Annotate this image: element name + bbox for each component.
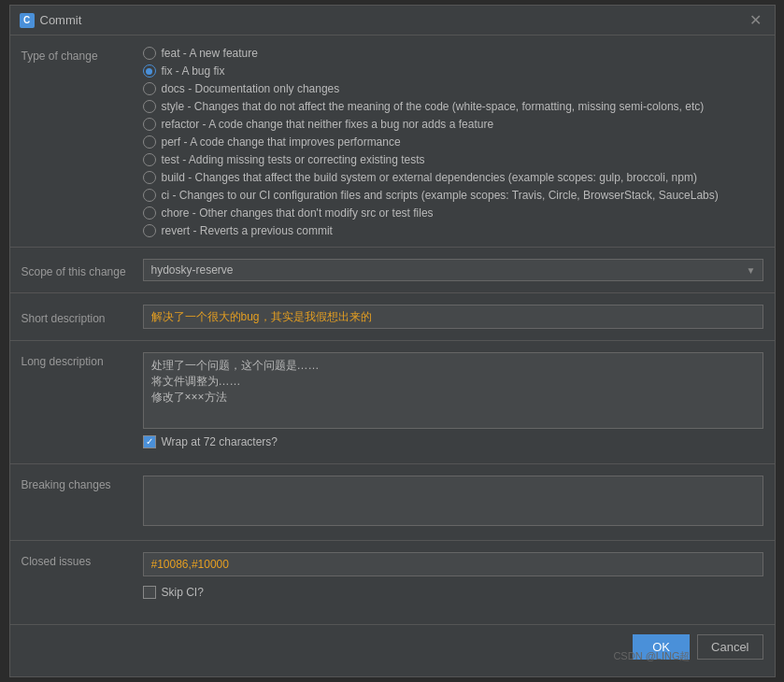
- short-description-input[interactable]: [143, 305, 763, 329]
- commit-dialog: C Commit ✕ Type of change feat - A new f…: [9, 5, 776, 677]
- radio-circle-build: [143, 171, 156, 184]
- divider-4: [10, 463, 775, 464]
- divider-2: [10, 292, 775, 293]
- radio-label-fix: fix - A bug fix: [162, 64, 225, 78]
- type-of-change-row: Type of change feat - A new featurefix -…: [10, 43, 775, 241]
- type-of-change-label: Type of change: [21, 47, 143, 63]
- radio-list: feat - A new featurefix - A bug fixdocs …: [143, 47, 763, 237]
- radio-circle-test: [143, 153, 156, 166]
- radio-label-feat: feat - A new feature: [162, 47, 258, 60]
- radio-item-build[interactable]: build - Changes that affect the build sy…: [143, 171, 763, 184]
- breaking-changes-content: [143, 476, 763, 529]
- wrap-label: Wrap at 72 characters?: [162, 435, 278, 448]
- radio-item-refactor[interactable]: refactor - A code change that neither fi…: [143, 118, 763, 131]
- radio-circle-fix: [143, 64, 156, 78]
- radio-label-chore: chore - Other changes that don't modify …: [162, 206, 434, 220]
- long-description-row: Long description ✓ Wrap at 72 characters…: [10, 347, 775, 458]
- skip-ci-checkbox[interactable]: [143, 586, 156, 599]
- radio-item-ci[interactable]: ci - Changes to our CI configuration fil…: [143, 189, 763, 202]
- dialog-content: Type of change feat - A new featurefix -…: [10, 36, 775, 676]
- long-description-label: Long description: [21, 352, 143, 368]
- cancel-button[interactable]: Cancel: [697, 634, 763, 660]
- long-description-content: ✓ Wrap at 72 characters?: [143, 352, 763, 452]
- radio-label-test: test - Adding missing tests or correctin…: [162, 153, 425, 166]
- radio-item-test[interactable]: test - Adding missing tests or correctin…: [143, 153, 763, 166]
- dialog-title: Commit: [40, 13, 82, 27]
- radio-label-perf: perf - A code change that improves perfo…: [162, 135, 401, 149]
- radio-circle-refactor: [143, 118, 156, 131]
- skip-ci-label: Skip CI?: [162, 586, 204, 599]
- radio-item-feat[interactable]: feat - A new feature: [143, 47, 763, 60]
- divider-5: [10, 540, 775, 541]
- scope-select[interactable]: hydosky-reserve: [143, 259, 763, 281]
- radio-item-docs[interactable]: docs - Documentation only changes: [143, 82, 763, 95]
- divider-3: [10, 340, 775, 341]
- radio-circle-style: [143, 100, 156, 113]
- title-bar: C Commit ✕: [10, 6, 775, 36]
- breaking-changes-row: Breaking changes: [10, 470, 775, 534]
- radio-label-ci: ci - Changes to our CI configuration fil…: [162, 189, 719, 202]
- closed-issues-content: Skip CI?: [143, 552, 763, 603]
- app-icon-text: C: [23, 15, 30, 25]
- close-button[interactable]: ✕: [746, 11, 765, 29]
- closed-issues-input[interactable]: [143, 552, 763, 576]
- closed-issues-label: Closed issues: [21, 552, 143, 568]
- closed-issues-row: Closed issues Skip CI?: [10, 547, 775, 608]
- radio-item-fix[interactable]: fix - A bug fix: [143, 64, 763, 78]
- divider-1: [10, 247, 775, 248]
- radio-item-perf[interactable]: perf - A code change that improves perfo…: [143, 135, 763, 149]
- radio-circle-revert: [143, 224, 156, 237]
- app-icon: C: [20, 13, 35, 28]
- skip-ci-row: Skip CI?: [143, 582, 763, 603]
- radio-label-style: style - Changes that do not affect the m…: [162, 100, 705, 113]
- short-description-row: Short description: [10, 299, 775, 334]
- watermark: CSDN @LING超: [613, 649, 690, 663]
- short-description-label: Short description: [21, 309, 143, 325]
- title-bar-left: C Commit: [20, 13, 82, 28]
- radio-label-docs: docs - Documentation only changes: [162, 82, 340, 95]
- type-of-change-content: feat - A new featurefix - A bug fixdocs …: [143, 47, 763, 237]
- breaking-changes-label: Breaking changes: [21, 476, 143, 491]
- breaking-changes-textarea[interactable]: [143, 476, 763, 526]
- radio-circle-feat: [143, 47, 156, 60]
- radio-item-style[interactable]: style - Changes that do not affect the m…: [143, 100, 763, 113]
- radio-label-revert: revert - Reverts a previous commit: [162, 224, 333, 237]
- radio-label-refactor: refactor - A code change that neither fi…: [162, 118, 494, 131]
- wrap-checkbox-row: ✓ Wrap at 72 characters?: [143, 432, 763, 452]
- radio-circle-perf: [143, 135, 156, 149]
- scope-select-wrapper: hydosky-reserve ▼: [143, 259, 763, 281]
- radio-circle-docs: [143, 82, 156, 95]
- radio-label-build: build - Changes that affect the build sy…: [162, 171, 697, 184]
- radio-item-chore[interactable]: chore - Other changes that don't modify …: [143, 206, 763, 220]
- radio-item-revert[interactable]: revert - Reverts a previous commit: [143, 224, 763, 237]
- scope-row: Scope of this change hydosky-reserve ▼: [10, 253, 775, 287]
- radio-circle-ci: [143, 189, 156, 202]
- wrap-checkbox[interactable]: ✓: [143, 435, 156, 448]
- radio-circle-chore: [143, 206, 156, 220]
- scope-label: Scope of this change: [21, 263, 143, 278]
- check-icon: ✓: [146, 437, 153, 447]
- long-description-textarea[interactable]: [143, 352, 763, 429]
